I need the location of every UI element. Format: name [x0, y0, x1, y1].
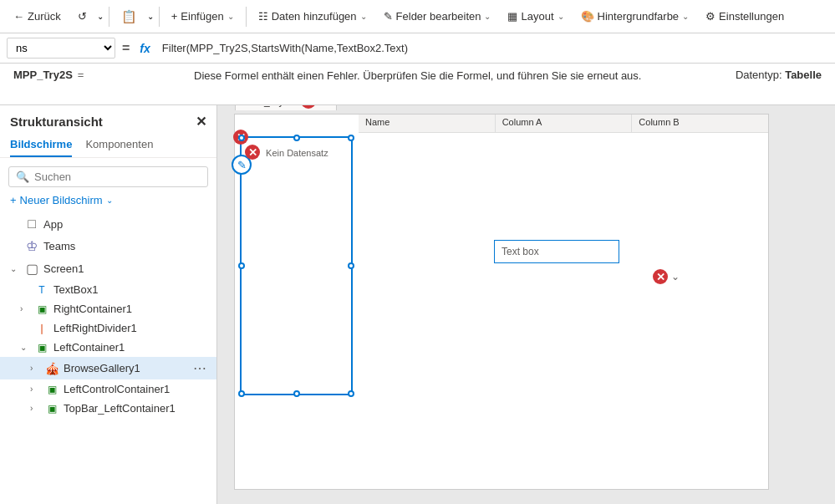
fields-icon: ✎ [384, 10, 393, 23]
gallery-icon: 🎪 [43, 362, 60, 375]
formula-equals-sign: = [119, 41, 133, 56]
handle-bottom-mid[interactable] [293, 390, 300, 397]
tree-item-textbox1[interactable]: T TextBox1 [0, 280, 216, 299]
container-right-icon: ▣ [33, 303, 50, 315]
app-icon: □ [23, 216, 40, 232]
edit-fields-button[interactable]: ✎ Felder bearbeiten ⌄ [377, 7, 498, 26]
plus-icon: + [171, 10, 178, 23]
edit-fields-chevron: ⌄ [484, 12, 491, 21]
gallery-item-label: ✕ Kein Datensatz [245, 145, 328, 160]
text-box-preview: Text box [494, 240, 619, 263]
chevron-rightcontainer1: › [20, 304, 30, 313]
tree-item-topbar-leftcontainer[interactable]: › ▣ TopBar_LeftContainer1 [0, 399, 216, 418]
add-data-chevron: ⌄ [360, 12, 367, 21]
chevron-screen1: ⌄ [10, 264, 20, 273]
teams-icon: ♔ [23, 238, 40, 254]
tree-item-teams[interactable]: ♔ Teams [0, 235, 216, 257]
pencil-icon[interactable]: ✎ [751, 105, 761, 106]
screen-icon: ▢ [23, 261, 40, 277]
chevron-leftcontrolcontainer: › [30, 384, 40, 394]
undo-button[interactable]: ↺ [71, 7, 94, 26]
back-icon: ← [13, 10, 24, 23]
undo-chevron[interactable]: ⌄ [97, 12, 104, 21]
separator2 [159, 7, 160, 27]
tab-components[interactable]: Komponenten [85, 135, 153, 157]
settings-button[interactable]: ⚙ Einstellungen [699, 7, 791, 26]
clipboard-chevron[interactable]: ⌄ [147, 12, 154, 21]
sidebar-tree: □ App ♔ Teams ⌄ ▢ Screen1 T TextBox1 [0, 210, 216, 504]
app-title-label: MPP_Try2S [242, 105, 296, 107]
search-input[interactable] [34, 171, 201, 183]
layout-chevron: ⌄ [558, 12, 564, 21]
plus-icon: + [10, 194, 17, 206]
add-data-button[interactable]: ☷ Daten hinzufügen ⌄ [252, 7, 374, 26]
col-a: Column A [496, 115, 633, 132]
tree-item-browse-gallery[interactable]: › 🎪 BrowseGallery1 ⋯ [0, 357, 216, 379]
canvas-area[interactable]: MPP_Try2S ✕ ⌄ 🗑 ✎ Name Column A Column B… [217, 105, 835, 504]
new-screen-chevron: ⌄ [106, 196, 113, 205]
sidebar: Strukturansicht ✕ Bildschirme Komponente… [0, 105, 217, 504]
title-chevron[interactable]: ⌄ [321, 105, 329, 107]
background-icon: 🎨 [581, 10, 594, 23]
separator3 [246, 7, 247, 27]
tree-item-rightcontainer1[interactable]: › ▣ RightContainer1 [0, 299, 216, 318]
clipboard-icon: 📋 [121, 9, 137, 24]
layout-button[interactable]: ▦ Layout ⌄ [501, 7, 570, 26]
app-toolbar-icons: 🗑 ✎ [726, 105, 768, 108]
fx-label: fx [136, 42, 153, 55]
sidebar-header: Strukturansicht ✕ [0, 105, 216, 135]
app-title-bar: MPP_Try2S ✕ ⌄ [235, 105, 337, 110]
gallery-selected-frame[interactable]: ✕ ✎ ✕ Kein Datensatz [240, 136, 353, 395]
tree-item-leftright-divider[interactable]: ❘ LeftRightDivider1 [0, 318, 216, 338]
tree-item-leftcontainer1[interactable]: ⌄ ▣ LeftContainer1 [0, 338, 216, 357]
app-right-error: ✕ ⌄ [653, 269, 680, 284]
handle-bottom-right[interactable] [348, 390, 354, 397]
handle-top-right[interactable] [348, 135, 354, 141]
more-options-icon[interactable]: ⋯ [193, 360, 206, 376]
textbox-icon: T [33, 284, 50, 296]
background-button[interactable]: 🎨 Hintergrundfarbe ⌄ [574, 7, 696, 26]
error-var: MPP_Try2S = [13, 69, 181, 81]
insert-button[interactable]: + Einfügen ⌄ [165, 7, 241, 26]
toolbar: ← Zurück ↺ ⌄ 📋 ⌄ + Einfügen ⌄ ☷ Daten hi… [0, 0, 835, 33]
error-message: Diese Formel enthält einen Fehler. Überp… [194, 69, 722, 84]
col-name: Name [359, 115, 496, 132]
formula-input[interactable] [157, 39, 828, 57]
main-area: Strukturansicht ✕ Bildschirme Komponente… [0, 105, 835, 504]
layout-icon: ▦ [507, 10, 517, 23]
handle-mid-left[interactable] [238, 262, 245, 269]
right-chevron[interactable]: ⌄ [671, 271, 680, 283]
divider-icon: ❘ [33, 323, 50, 334]
clipboard-button[interactable]: 📋 [115, 6, 144, 28]
gear-icon: ⚙ [705, 10, 715, 23]
handle-top-mid[interactable] [293, 135, 300, 141]
tree-item-leftcontrolcontainer[interactable]: › ▣ LeftControlContainer1 [0, 379, 216, 399]
data-icon: ☷ [258, 10, 268, 23]
item-error-icon: ✕ [245, 145, 260, 160]
trash-icon[interactable]: 🗑 [733, 105, 745, 106]
tab-screens[interactable]: Bildschirme [10, 135, 72, 157]
error-bar: MPP_Try2S = Diese Formel enthält einen F… [0, 64, 835, 105]
title-error-icon: ✕ [301, 105, 316, 109]
sidebar-close-icon[interactable]: ✕ [196, 114, 206, 130]
tree-item-app[interactable]: □ App [0, 213, 216, 235]
container-left-icon: ▣ [33, 342, 50, 354]
table-header: Name Column A Column B [359, 115, 768, 133]
datatype-info: Datentyp: Tabelle [736, 69, 822, 81]
formula-bar: ns = fx [0, 33, 835, 64]
back-button[interactable]: ← Zurück [7, 7, 68, 26]
formula-scope-select[interactable]: ns [7, 38, 115, 59]
sidebar-title: Strukturansicht [10, 115, 103, 129]
chevron-topbar: › [30, 404, 40, 413]
tree-item-screen1[interactable]: ⌄ ▢ Screen1 [0, 257, 216, 280]
handle-bottom-left[interactable] [238, 390, 245, 397]
col-b: Column B [632, 115, 768, 132]
new-screen-action[interactable]: + Neuer Bildschirm ⌄ [0, 191, 216, 210]
handle-top-left[interactable] [238, 135, 245, 141]
insert-chevron: ⌄ [227, 12, 234, 21]
chevron-browsegallery: › [30, 364, 40, 373]
handle-mid-right[interactable] [348, 262, 354, 269]
sidebar-tabs: Bildschirme Komponenten [0, 135, 216, 158]
chevron-leftcontainer1: ⌄ [20, 343, 30, 352]
right-error-icon: ✕ [653, 269, 668, 284]
